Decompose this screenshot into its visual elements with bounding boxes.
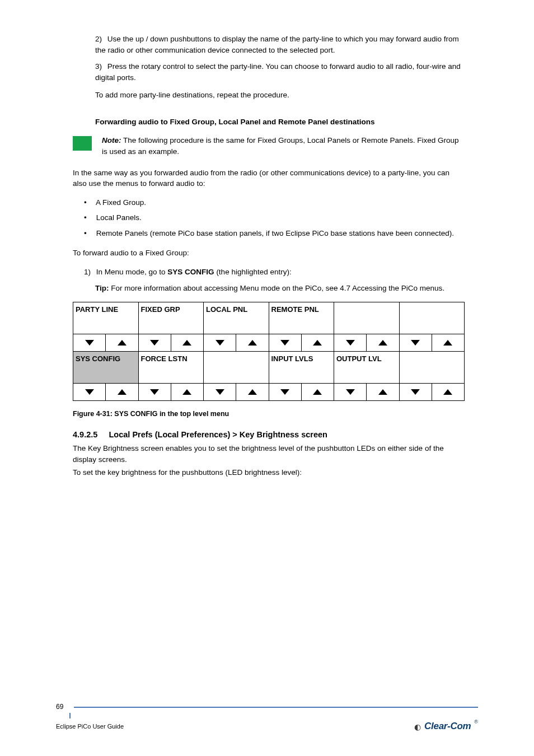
tip-keyword: Tip: bbox=[95, 284, 109, 292]
down-arrow-icon bbox=[204, 334, 236, 351]
down-arrow-icon bbox=[269, 334, 302, 351]
down-arrow-icon bbox=[204, 384, 236, 400]
bullet-marker: • bbox=[84, 212, 94, 223]
list-marker-2: 2) bbox=[95, 34, 105, 45]
section-number: 4.9.2.5 bbox=[73, 430, 97, 439]
down-arrow-icon bbox=[139, 334, 171, 351]
up-arrow-icon bbox=[171, 334, 203, 351]
note-block: Note: The following procedure is the sam… bbox=[73, 135, 461, 157]
list-marker-3: 3) bbox=[95, 61, 105, 72]
bullet-remote-panels: • Remote Panels (remote PiCo base statio… bbox=[84, 228, 461, 239]
svg-marker-20 bbox=[346, 389, 355, 395]
svg-marker-3 bbox=[182, 340, 191, 346]
down-arrow-icon bbox=[139, 384, 171, 400]
arrow-pair[interactable] bbox=[399, 384, 465, 401]
arrow-pair[interactable] bbox=[334, 384, 400, 401]
menu-cell-empty bbox=[334, 302, 400, 334]
note-text: The following procedure is the same for … bbox=[102, 136, 459, 156]
up-arrow-icon bbox=[432, 384, 464, 400]
up-arrow-icon bbox=[302, 334, 334, 351]
step1-post: (the highlighted entry): bbox=[216, 268, 291, 276]
ordered-step-1-sysconfig: 1) In Menu mode, go to SYS CONFIG (the h… bbox=[84, 267, 461, 278]
svg-marker-5 bbox=[248, 340, 257, 346]
svg-marker-15 bbox=[182, 389, 191, 395]
arrow-pair[interactable] bbox=[73, 384, 139, 401]
footer-rule bbox=[74, 707, 478, 708]
svg-marker-18 bbox=[280, 389, 289, 395]
svg-marker-19 bbox=[313, 389, 322, 395]
bullet-fixed-group: • A Fixed Group. bbox=[84, 197, 461, 208]
up-arrow-icon bbox=[106, 384, 138, 400]
bullet-marker: • bbox=[84, 228, 94, 239]
footer-tick bbox=[69, 713, 71, 718]
bullet-text: Remote Panels (remote PiCo base station … bbox=[96, 229, 454, 237]
arrow-pair[interactable] bbox=[138, 334, 204, 352]
up-arrow-icon bbox=[236, 334, 268, 351]
page-footer: 69 Eclipse PiCo User Guide ◐ Clear-Com ® bbox=[56, 702, 478, 734]
svg-marker-4 bbox=[216, 340, 224, 346]
brand-logo: ◐ Clear-Com ® bbox=[414, 720, 478, 734]
menu-cell-empty bbox=[399, 352, 465, 384]
svg-marker-9 bbox=[378, 340, 387, 346]
svg-marker-11 bbox=[443, 340, 452, 346]
up-arrow-icon bbox=[367, 384, 399, 400]
svg-marker-16 bbox=[216, 389, 224, 395]
svg-marker-10 bbox=[411, 340, 420, 346]
menu-cell-fixed-grp: FIXED GRP bbox=[138, 302, 204, 334]
note-keyword: Note: bbox=[102, 136, 121, 144]
menu-arrows-row bbox=[73, 384, 465, 401]
svg-marker-7 bbox=[313, 340, 322, 346]
svg-marker-12 bbox=[85, 389, 94, 395]
bullet-marker: • bbox=[84, 197, 94, 208]
body-repeat-procedure: To add more party-line destinations, rep… bbox=[95, 90, 461, 101]
up-arrow-icon bbox=[106, 334, 138, 351]
svg-marker-21 bbox=[378, 389, 387, 395]
down-arrow-icon bbox=[269, 384, 302, 400]
ordered-step-2: 2) Use the up / down pushbuttons to disp… bbox=[95, 34, 461, 55]
bullet-text: A Fixed Group. bbox=[96, 198, 146, 207]
list-text-3: Press the rotary control to select the p… bbox=[95, 62, 461, 82]
svg-marker-0 bbox=[85, 340, 94, 346]
note-icon bbox=[73, 136, 92, 151]
arrow-pair[interactable] bbox=[269, 384, 334, 401]
ordered-step-3: 3) Press the rotary control to select th… bbox=[95, 61, 461, 83]
menu-cell-remote-pnl: REMOTE PNL bbox=[269, 302, 334, 334]
svg-marker-6 bbox=[280, 340, 289, 346]
svg-marker-8 bbox=[346, 340, 355, 346]
menu-screenshot: PARTY LINE FIXED GRP LOCAL PNL REMOTE PN… bbox=[73, 302, 465, 401]
down-arrow-icon bbox=[400, 334, 432, 351]
up-arrow-icon bbox=[302, 384, 334, 400]
arrow-pair[interactable] bbox=[399, 334, 465, 352]
body-forward-intro: In the same way as you forwarded audio f… bbox=[73, 167, 461, 189]
figure-caption: Figure 4-31: SYS CONFIG in the top level… bbox=[73, 409, 461, 419]
section-heading: 4.9.2.5 Local Prefs (Local Preferences) … bbox=[73, 429, 461, 441]
section-body-a: The Key Brightness screen enables you to… bbox=[73, 443, 461, 465]
down-arrow-icon bbox=[73, 334, 106, 351]
arrow-pair[interactable] bbox=[138, 384, 204, 401]
menu-cell-empty bbox=[399, 302, 465, 334]
section-body-b: To set the key brightness for the pushbu… bbox=[73, 467, 461, 478]
bullet-local-panels: • Local Panels. bbox=[84, 212, 461, 223]
bullet-text: Local Panels. bbox=[96, 213, 142, 222]
svg-marker-23 bbox=[443, 389, 452, 395]
up-arrow-icon bbox=[432, 334, 464, 351]
svg-marker-14 bbox=[150, 389, 159, 395]
body-forward-fixed: To forward audio to a Fixed Group: bbox=[73, 248, 461, 259]
arrow-pair[interactable] bbox=[73, 334, 139, 352]
registered-icon: ® bbox=[474, 718, 478, 726]
svg-marker-13 bbox=[118, 389, 127, 395]
section-title: Local Prefs (Local Preferences) > Key Br… bbox=[109, 430, 327, 439]
list-marker-1: 1) bbox=[84, 267, 94, 278]
brand-name: Clear-Com bbox=[424, 720, 471, 734]
arrow-pair[interactable] bbox=[334, 334, 400, 352]
brand-icon: ◐ bbox=[414, 721, 421, 732]
page-number: 69 bbox=[56, 702, 71, 712]
up-arrow-icon bbox=[367, 334, 399, 351]
menu-cell-output-lvl: OUTPUT LVL bbox=[334, 352, 400, 384]
menu-cell-force-lstn: FORCE LSTN bbox=[138, 352, 204, 384]
arrow-pair[interactable] bbox=[269, 334, 334, 352]
arrow-pair[interactable] bbox=[204, 334, 269, 352]
up-arrow-icon bbox=[236, 384, 268, 400]
menu-cell-empty bbox=[204, 352, 269, 384]
arrow-pair[interactable] bbox=[204, 384, 269, 401]
